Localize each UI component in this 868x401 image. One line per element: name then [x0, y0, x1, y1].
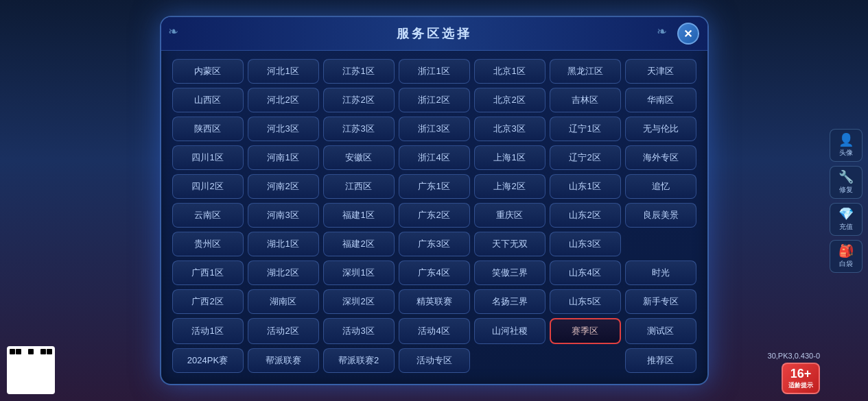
server-cell[interactable]: 新手专区	[625, 289, 696, 314]
server-cell[interactable]: 山东2区	[550, 203, 621, 228]
server-cell[interactable]: 河北1区	[248, 59, 319, 84]
server-cell[interactable]: 河南1区	[248, 145, 319, 170]
server-cell[interactable]: 2024PK赛	[172, 348, 244, 373]
avatar-icon: 👤	[838, 132, 854, 147]
server-cell[interactable]: 广东2区	[399, 203, 470, 228]
server-cell	[550, 348, 621, 373]
server-cell[interactable]: 精英联赛	[399, 289, 470, 314]
sidebar-label-repair: 修复	[839, 185, 853, 195]
sidebar-right: 👤 头像 🔧 修复 💎 充值 🎒 白袋	[830, 129, 863, 273]
server-cell[interactable]: 海外专区	[625, 145, 696, 170]
server-cell[interactable]: 福建1区	[323, 203, 395, 228]
server-cell[interactable]: 陕西区	[172, 117, 244, 141]
age-rating-badge: 16+ 适龄提示	[782, 363, 820, 394]
server-cell[interactable]: 追忆	[625, 174, 696, 199]
server-cell[interactable]: 山东5区	[550, 289, 621, 314]
server-cell[interactable]: 深圳1区	[323, 260, 395, 285]
server-cell[interactable]: 辽宁2区	[550, 145, 621, 170]
server-cell[interactable]: 上海2区	[474, 174, 546, 199]
server-cell[interactable]: 湖北2区	[248, 260, 319, 285]
server-cell[interactable]: 北京3区	[474, 117, 546, 141]
server-select-dialog: ❧ ❧ 服务区选择 ✕ 内蒙区河北1区江苏1区浙江1区北京1区黑龙江区天津区山西…	[160, 16, 709, 385]
server-cell[interactable]: 帮派联赛	[248, 348, 319, 373]
server-cell[interactable]: 吉林区	[550, 88, 621, 112]
server-cell[interactable]: 河北3区	[248, 117, 319, 141]
server-cell[interactable]: 湖南区	[248, 289, 319, 314]
server-cell[interactable]: 帮派联赛2	[323, 348, 395, 373]
server-cell[interactable]: 广西1区	[172, 260, 244, 285]
server-cell[interactable]: 活动1区	[172, 318, 244, 344]
server-cell[interactable]: 上海1区	[474, 145, 546, 170]
sidebar-label-recharge: 充值	[839, 222, 853, 232]
server-cell[interactable]: 山河社稷	[474, 318, 546, 344]
rating-label: 适龄提示	[788, 381, 813, 390]
sidebar-label-avatar: 头像	[839, 148, 853, 158]
server-cell[interactable]: 北京2区	[474, 88, 546, 112]
bag-icon: 🎒	[838, 243, 854, 258]
dialog-body: 内蒙区河北1区江苏1区浙江1区北京1区黑龙江区天津区山西区河北2区江苏2区浙江2…	[161, 51, 707, 384]
server-cell	[474, 348, 546, 373]
rating-number: 16+	[788, 367, 813, 381]
server-cell[interactable]: 良辰美景	[625, 203, 696, 228]
server-cell[interactable]: 福建2区	[323, 232, 395, 256]
server-cell[interactable]: 浙江4区	[399, 145, 470, 170]
server-cell[interactable]: 贵州区	[172, 232, 244, 256]
version-text: 30,PK3,0.430-0	[768, 352, 820, 360]
server-cell[interactable]: 广西2区	[172, 289, 244, 314]
server-cell[interactable]: 天下无双	[474, 232, 546, 256]
server-cell[interactable]: 江苏2区	[323, 88, 395, 112]
server-cell[interactable]: 山东1区	[550, 174, 621, 199]
qr-code	[7, 346, 55, 394]
repair-icon: 🔧	[838, 169, 854, 184]
sidebar-icon-bag[interactable]: 🎒 白袋	[830, 240, 863, 273]
sidebar-icon-avatar[interactable]: 👤 头像	[830, 129, 863, 162]
sidebar-icon-repair[interactable]: 🔧 修复	[830, 166, 863, 199]
recharge-icon: 💎	[838, 206, 854, 221]
sidebar-icon-recharge[interactable]: 💎 充值	[830, 203, 863, 236]
server-cell[interactable]: 北京1区	[474, 59, 546, 84]
server-cell	[625, 232, 696, 256]
server-cell[interactable]: 安徽区	[323, 145, 395, 170]
server-cell[interactable]: 湖北1区	[248, 232, 319, 256]
server-cell[interactable]: 测试区	[625, 318, 696, 344]
server-cell[interactable]: 笑傲三界	[474, 260, 546, 285]
corner-decoration-tr: ❧	[657, 24, 673, 35]
server-cell[interactable]: 黑龙江区	[550, 59, 621, 84]
server-cell[interactable]: 广东4区	[399, 260, 470, 285]
server-cell[interactable]: 山西区	[172, 88, 244, 112]
server-cell[interactable]: 天津区	[625, 59, 696, 84]
server-cell[interactable]: 云南区	[172, 203, 244, 228]
server-cell[interactable]: 名扬三界	[474, 289, 546, 314]
server-cell[interactable]: 江苏1区	[323, 59, 395, 84]
server-cell[interactable]: 华南区	[625, 88, 696, 112]
server-cell[interactable]: 河南3区	[248, 203, 319, 228]
server-cell[interactable]: 时光	[625, 260, 696, 285]
server-cell[interactable]: 山东4区	[550, 260, 621, 285]
dialog-close-button[interactable]: ✕	[677, 23, 699, 45]
server-cell[interactable]: 江苏3区	[323, 117, 395, 141]
server-cell[interactable]: 辽宁1区	[550, 117, 621, 141]
server-cell[interactable]: 无与伦比	[625, 117, 696, 141]
server-cell[interactable]: 河北2区	[248, 88, 319, 112]
server-cell[interactable]: 推荐区	[625, 348, 696, 373]
server-cell[interactable]: 内蒙区	[172, 59, 244, 84]
server-cell[interactable]: 活动3区	[323, 318, 395, 344]
server-cell[interactable]: 活动4区	[399, 318, 470, 344]
server-cell[interactable]: 山东3区	[550, 232, 621, 256]
server-cell[interactable]: 活动专区	[399, 348, 470, 373]
server-cell[interactable]: 四川2区	[172, 174, 244, 199]
server-cell[interactable]: 活动2区	[248, 318, 319, 344]
server-cell[interactable]: 河南2区	[248, 174, 319, 199]
server-cell[interactable]: 四川1区	[172, 145, 244, 170]
qr-code-area	[7, 346, 55, 394]
server-cell[interactable]: 浙江1区	[399, 59, 470, 84]
server-cell[interactable]: 广东3区	[399, 232, 470, 256]
server-cell[interactable]: 重庆区	[474, 203, 546, 228]
server-cell[interactable]: 江西区	[323, 174, 395, 199]
corner-decoration-tl: ❧	[168, 24, 185, 35]
server-cell[interactable]: 浙江3区	[399, 117, 470, 141]
server-cell[interactable]: 浙江2区	[399, 88, 470, 112]
server-cell[interactable]: 广东1区	[399, 174, 470, 199]
server-cell[interactable]: 深圳2区	[323, 289, 395, 314]
server-cell[interactable]: 赛季区	[550, 318, 621, 344]
